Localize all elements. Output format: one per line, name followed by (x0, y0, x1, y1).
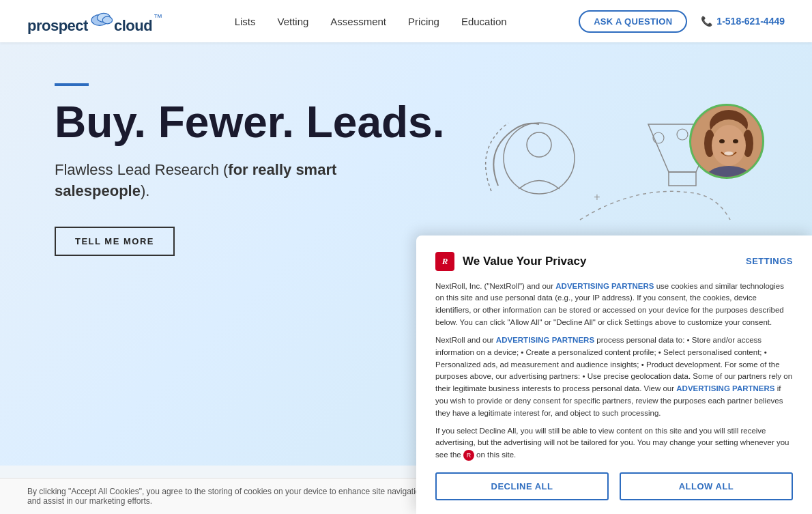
phone-number: 1-518-621-4449 (716, 16, 785, 27)
phone-icon: 📞 (701, 16, 712, 27)
advertising-partners-link-2[interactable]: ADVERTISING PARTNERS (496, 336, 594, 344)
hero-title: Buy. Fewer. Leads. (55, 98, 450, 146)
nav-pricing[interactable]: Pricing (408, 16, 439, 27)
cookie-para-2: NextRoll and our ADVERTISING PARTNERS pr… (435, 334, 793, 420)
cookie-para-1: NextRoll, Inc. ("NextRoll") and our ADVE… (435, 281, 793, 329)
svg-point-6 (504, 123, 575, 194)
svg-point-2 (102, 16, 112, 24)
hero-subtitle-plain: Flawless Lead Research ( (55, 161, 228, 178)
cookie-para-3: If you select Decline All, you will stil… (435, 425, 793, 461)
logo-trademark: ™ (154, 12, 162, 23)
main-nav: Lists Vetting Assessment Pricing Educati… (235, 16, 507, 27)
cookie-settings-link[interactable]: SETTINGS (746, 256, 793, 266)
header: prospect cloud ™ Lists Vetting Assessmen… (0, 0, 812, 42)
svg-point-11 (677, 129, 688, 140)
person-photo (689, 104, 764, 179)
phone-link[interactable]: 📞 1-518-621-4449 (701, 16, 785, 27)
nextroll-icon: R (463, 450, 474, 461)
svg-point-24 (712, 125, 746, 166)
nav-vetting[interactable]: Vetting (277, 16, 308, 27)
svg-point-27 (724, 152, 734, 156)
svg-text:+: + (594, 191, 600, 203)
cookie-body: NextRoll, Inc. ("NextRoll") and our ADVE… (435, 281, 793, 461)
ask-question-button[interactable]: ASK A QUESTION (579, 10, 687, 33)
logo-prospect: prospect (27, 17, 88, 34)
logo-text: prospect cloud (27, 8, 152, 35)
hero-subtitle-end: ). (141, 182, 149, 199)
nav-education[interactable]: Education (461, 16, 507, 27)
cookie-header-left: R We Value Your Privacy (435, 252, 586, 271)
nav-assessment[interactable]: Assessment (330, 16, 386, 27)
logo-cloud-text: cloud (114, 17, 152, 34)
svg-rect-9 (669, 172, 696, 186)
hero-subtitle: Flawless Lead Research (for really smart… (55, 160, 396, 202)
tell-me-more-button[interactable]: TELL ME MORE (55, 227, 175, 256)
cookie-modal: R We Value Your Privacy SETTINGS NextRol… (416, 235, 812, 466)
svg-point-26 (733, 139, 738, 143)
logo[interactable]: prospect cloud ™ (27, 8, 162, 35)
svg-point-7 (527, 132, 551, 157)
header-right: ASK A QUESTION 📞 1-518-621-4449 (579, 10, 785, 33)
advertising-partners-link-3[interactable]: ADVERTISING PARTNERS (676, 384, 774, 392)
svg-point-25 (719, 139, 725, 143)
nav-lists[interactable]: Lists (235, 16, 256, 27)
advertising-partners-link-1[interactable]: ADVERTISING PARTNERS (555, 282, 654, 290)
cookie-brand-icon: R (435, 252, 454, 271)
cookie-header: R We Value Your Privacy SETTINGS (435, 252, 793, 271)
cookie-title: We Value Your Privacy (463, 255, 586, 268)
logo-cloud-icon (89, 8, 114, 27)
svg-point-10 (653, 132, 664, 143)
hero-accent-line (55, 83, 89, 86)
